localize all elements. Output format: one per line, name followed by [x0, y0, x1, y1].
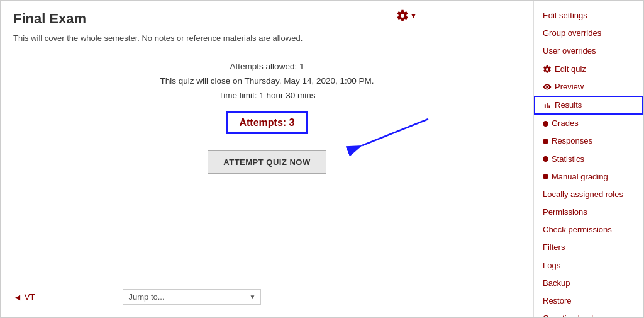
statistics-label: Statistics	[552, 154, 584, 165]
attempts-count-box: Attempts: 3	[226, 111, 308, 134]
gear-small-icon	[543, 65, 552, 74]
close-date: This quiz will close on Thursday, May 14…	[13, 76, 521, 86]
sidebar-item-edit-settings[interactable]: Edit settings	[534, 7, 643, 25]
statistics-dot	[543, 156, 548, 162]
permissions-label: Permissions	[543, 207, 587, 218]
sidebar-item-statistics[interactable]: Statistics	[534, 150, 643, 168]
back-arrow-icon: ◄	[13, 292, 22, 302]
grades-dot	[543, 121, 548, 127]
filters-label: Filters	[543, 242, 565, 253]
page-description: This will cover the whole semester. No n…	[13, 33, 521, 43]
sidebar-item-responses[interactable]: Responses	[534, 132, 643, 150]
attempts-count-label: Attempts: 3	[239, 117, 294, 128]
sidebar: Edit settings Group overrides User overr…	[533, 1, 643, 317]
responses-label: Responses	[552, 135, 592, 147]
page-title: Final Exam	[13, 11, 521, 27]
jump-to-dropdown[interactable]: Jump to... ▼	[123, 289, 261, 305]
sidebar-item-backup[interactable]: Backup	[534, 275, 643, 292]
gear-icon	[396, 9, 409, 22]
back-nav-label: VT	[25, 292, 35, 302]
preview-label: Preview	[555, 81, 584, 93]
responses-dot	[543, 139, 548, 144]
sidebar-item-user-overrides[interactable]: User overrides	[534, 42, 643, 60]
sidebar-item-preview[interactable]: Preview	[534, 78, 643, 96]
user-overrides-label: User overrides	[543, 45, 596, 57]
attempt-quiz-button[interactable]: ATTEMPT QUIZ NOW	[208, 150, 326, 174]
grades-label: Grades	[552, 118, 579, 129]
back-nav[interactable]: ◄ VT	[13, 292, 35, 302]
time-limit: Time limit: 1 hour 30 mins	[13, 91, 521, 100]
check-permissions-label: Check permissions	[543, 224, 612, 236]
sidebar-item-results[interactable]: Results	[534, 96, 643, 115]
group-overrides-label: Group overrides	[543, 28, 601, 39]
sidebar-item-manual-grading[interactable]: Manual grading	[534, 168, 643, 186]
jump-to-label: Jump to...	[128, 292, 164, 302]
sidebar-item-check-permissions[interactable]: Check permissions	[534, 221, 643, 239]
locally-assigned-roles-label: Locally assigned roles	[543, 189, 623, 200]
jump-to-chevron-icon: ▼	[250, 293, 256, 300]
manual-grading-label: Manual grading	[552, 171, 608, 183]
sidebar-item-question-bank[interactable]: Question bank	[534, 310, 643, 317]
gear-menu-button[interactable]: ▼	[396, 9, 417, 22]
sidebar-item-logs[interactable]: Logs	[534, 257, 643, 275]
quiz-info: Attempts allowed: 1 This quiz will close…	[13, 62, 521, 174]
restore-label: Restore	[543, 295, 572, 307]
question-bank-label: Question bank	[543, 313, 596, 317]
edit-quiz-label: Edit quiz	[555, 64, 586, 75]
logs-label: Logs	[543, 260, 560, 271]
manual-grading-dot	[543, 174, 548, 179]
sidebar-item-edit-quiz[interactable]: Edit quiz	[534, 60, 643, 78]
eye-icon	[543, 82, 552, 91]
bottom-navigation: ◄ VT Jump to... ▼	[13, 281, 521, 305]
results-label: Results	[555, 99, 582, 111]
results-icon	[543, 101, 552, 110]
sidebar-item-restore[interactable]: Restore	[534, 292, 643, 310]
sidebar-item-group-overrides[interactable]: Group overrides	[534, 25, 643, 42]
sidebar-item-grades[interactable]: Grades	[534, 115, 643, 132]
main-content: ▼ Final Exam This will cover the whole s…	[1, 1, 533, 317]
backup-label: Backup	[543, 278, 570, 289]
sidebar-item-locally-assigned-roles[interactable]: Locally assigned roles	[534, 186, 643, 203]
attempts-allowed: Attempts allowed: 1	[13, 62, 521, 71]
sidebar-item-permissions[interactable]: Permissions	[534, 203, 643, 221]
gear-dropdown-arrow: ▼	[410, 12, 417, 20]
edit-settings-label: Edit settings	[543, 10, 587, 21]
sidebar-item-filters[interactable]: Filters	[534, 239, 643, 256]
